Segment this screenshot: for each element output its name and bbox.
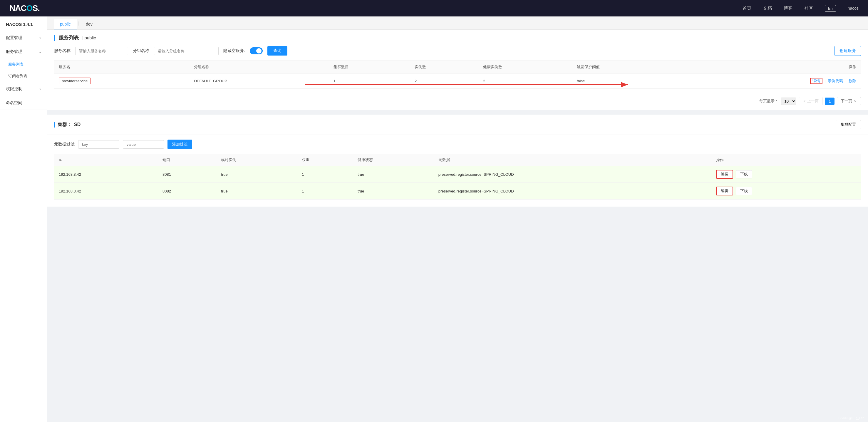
nav-community[interactable]: 社区 — [804, 6, 813, 11]
logo: NACOS. — [9, 3, 40, 13]
td-group-name: DEFAULT_GROUP — [189, 73, 329, 89]
offline-button-2[interactable]: 下线 — [736, 187, 752, 195]
instance-actions-2: 编辑 下线 — [711, 183, 861, 200]
pagination: 每页显示： 10 ＜ 上一页 1 下一页 ＞ — [47, 93, 868, 110]
instance-metadata-1: preserved.register.source=SPRING_CLOUD — [434, 166, 711, 183]
instance-port-2: 8082 — [158, 183, 216, 200]
sidebar-section-namespace: 命名空间 — [0, 96, 47, 110]
service-name-label: 服务名称 — [54, 48, 70, 54]
th-instance-count: 实例数 — [410, 61, 478, 73]
watermark: CSDN @Fug_Lee — [838, 416, 865, 420]
meta-filter-label: 元数据过滤 — [54, 142, 74, 147]
th-ip: IP — [54, 154, 158, 166]
hide-empty-label: 隐藏空服务: — [223, 48, 245, 54]
chevron-down-icon-2: ▾ — [39, 88, 41, 91]
page-title-area: 服务列表 | public — [47, 30, 868, 41]
action-delete-link[interactable]: 删除 — [848, 79, 856, 83]
language-button[interactable]: En — [825, 5, 836, 12]
cluster-title: 集群： SD — [54, 122, 81, 128]
nav-blog[interactable]: 博客 — [784, 6, 793, 11]
instance-ip-1: 192.168.3.42 — [54, 166, 158, 183]
meta-value-input[interactable] — [123, 140, 164, 149]
filter-bar: 服务名称 分组名称 隐藏空服务: 查询 创建服务 — [47, 41, 868, 61]
meta-filter-bar: 元数据过滤 添加过滤 — [47, 135, 868, 154]
service-table-wrapper: 服务名 分组名称 集群数目 实例数 健康实例数 触发保护阈值 操作 pro — [47, 61, 868, 93]
service-name-value: providerservice — [59, 78, 91, 84]
cluster-config-button[interactable]: 集群配置 — [836, 120, 861, 129]
action-sample-code-link[interactable]: 示例代码 — [828, 79, 843, 83]
namespace-tabs: public | dev — [47, 17, 868, 30]
instance-table-header: IP 端口 临时实例 权重 健康状态 元数据 操作 — [54, 154, 861, 166]
nav-docs[interactable]: 文档 — [763, 6, 772, 11]
per-page-select[interactable]: 10 — [781, 97, 796, 105]
th-actions: 操作 — [678, 61, 861, 73]
sidebar-section-auth: 权限控制 ▾ — [0, 82, 47, 96]
td-instance-count: 2 — [410, 73, 478, 89]
current-page-button[interactable]: 1 — [825, 97, 835, 105]
th-threshold: 触发保护阈值 — [572, 61, 678, 73]
service-name-input[interactable] — [75, 47, 128, 55]
sidebar-section-auth-label: 权限控制 — [6, 86, 22, 92]
instance-healthy-1: true — [353, 166, 434, 183]
title-bar-icon — [54, 35, 55, 41]
group-name-input[interactable] — [154, 47, 219, 55]
sidebar-item-subscriber-list[interactable]: 订阅者列表 — [0, 70, 47, 82]
offline-button-1[interactable]: 下线 — [736, 170, 752, 178]
group-name-label: 分组名称 — [133, 48, 149, 54]
th-weight: 权重 — [297, 154, 353, 166]
table-header-row: 服务名 分组名称 集群数目 实例数 健康实例数 触发保护阈值 操作 — [54, 61, 861, 73]
edit-button-1[interactable]: 编辑 — [716, 170, 733, 179]
instance-ephemeral-1: true — [216, 166, 297, 183]
next-page-button[interactable]: 下一页 ＞ — [837, 97, 861, 105]
table-row: providerservice DEFAULT_GROUP 1 2 2 fals… — [54, 73, 861, 89]
sidebar-section-config-header[interactable]: 配置管理 ▾ — [0, 31, 47, 45]
th-ephemeral: 临时实例 — [216, 154, 297, 166]
add-filter-button[interactable]: 添加过滤 — [167, 140, 192, 149]
instance-ip-2: 192.168.3.42 — [54, 183, 158, 200]
query-button[interactable]: 查询 — [268, 46, 287, 56]
action-detail-link[interactable]: 详情 — [810, 78, 823, 84]
app-container: NACOS 1.4.1 配置管理 ▾ 服务管理 ▴ 服务列表 订阅者列表 权限控… — [0, 17, 868, 422]
th-port: 端口 — [158, 154, 216, 166]
action-sep-1: | — [825, 79, 826, 83]
action-sep-2: | — [845, 79, 846, 83]
th-healthy-count: 健康实例数 — [478, 61, 572, 73]
page-title: 服务列表 — [59, 34, 79, 41]
nav-home[interactable]: 首页 — [743, 6, 751, 11]
td-threshold: false — [572, 73, 678, 89]
per-page-label: 每页显示： — [759, 98, 778, 104]
hide-empty-toggle[interactable] — [250, 47, 263, 54]
namespace-tab-public[interactable]: public — [54, 20, 77, 29]
chevron-up-icon: ▴ — [39, 50, 41, 54]
create-service-button[interactable]: 创建服务 — [835, 46, 861, 56]
instance-table-wrapper: IP 端口 临时实例 权重 健康状态 元数据 操作 192.168.3.42 8 — [47, 154, 868, 200]
sidebar: NACOS 1.4.1 配置管理 ▾ 服务管理 ▴ 服务列表 订阅者列表 权限控… — [0, 17, 47, 422]
prev-page-button[interactable]: ＜ 上一页 — [799, 97, 823, 105]
instance-weight-1: 1 — [297, 166, 353, 183]
instance-actions-1: 编辑 下线 — [711, 166, 861, 183]
td-healthy-count: 2 — [478, 73, 572, 89]
instance-healthy-2: true — [353, 183, 434, 200]
lower-section: 集群： SD 集群配置 元数据过滤 添加过滤 IP 端口 — [47, 115, 868, 207]
sidebar-section-namespace-label: 命名空间 — [6, 100, 22, 106]
instance-weight-2: 1 — [297, 183, 353, 200]
user-label: nacos — [848, 6, 859, 10]
tab-divider: | — [78, 21, 79, 28]
edit-button-2[interactable]: 编辑 — [716, 187, 733, 195]
sidebar-section-auth-header[interactable]: 权限控制 ▾ — [0, 82, 47, 96]
chevron-down-icon: ▾ — [39, 36, 41, 40]
instance-ephemeral-2: true — [216, 183, 297, 200]
td-row-actions: 详情 | 示例代码 | 删除 — [678, 73, 861, 89]
cluster-label: 集群： — [58, 122, 72, 128]
nav-links: 首页 文档 博客 社区 En nacos — [743, 5, 859, 12]
namespace-tab-dev[interactable]: dev — [80, 20, 98, 29]
sidebar-item-service-list[interactable]: 服务列表 — [0, 59, 47, 70]
sidebar-section-namespace-header[interactable]: 命名空间 — [0, 96, 47, 110]
sidebar-section-service-header[interactable]: 服务管理 ▴ — [0, 45, 47, 59]
th-health-status: 健康状态 — [353, 154, 434, 166]
upper-section: public | dev 服务列表 | public 服务名称 分组名称 隐藏空… — [47, 17, 868, 110]
th-group-name: 分组名称 — [189, 61, 329, 73]
th-cluster-count: 集群数目 — [329, 61, 410, 73]
instance-metadata-2: preserved.register.source=SPRING_CLOUD — [434, 183, 711, 200]
meta-key-input[interactable] — [78, 140, 119, 149]
